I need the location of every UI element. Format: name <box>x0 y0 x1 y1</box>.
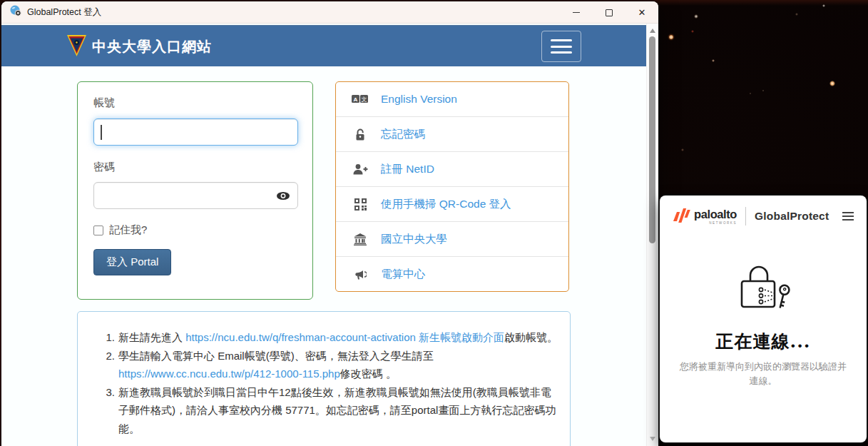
link-forgot-password[interactable]: 忘記密碼 <box>336 117 568 152</box>
hamburger-icon <box>551 39 572 41</box>
scroll-up-arrow-icon[interactable] <box>650 29 655 33</box>
password-label: 密碼 <box>93 161 297 174</box>
close-button[interactable]: ✕ <box>626 1 658 24</box>
screen: GlobalProtect 登入 ✕ 中央 <box>0 0 868 446</box>
account-input[interactable] <box>93 118 298 146</box>
globalprotect-product-name: GlobalProtect <box>755 210 841 223</box>
header-divider <box>745 207 746 225</box>
portal-header: 中央大學入口網站 <box>1 25 646 66</box>
remember-me-label: 記住我? <box>109 223 147 237</box>
user-plus-icon <box>352 163 369 175</box>
window-controls: ✕ <box>560 1 658 24</box>
freshman-activation-link[interactable]: https://ncu.edu.tw/q/freshman-account-ac… <box>185 331 504 343</box>
ncu-logo <box>67 35 86 60</box>
notice-item-3: 3. 新進教職員帳號於到職日當日中午12點後生效，新進教職員帳號如無法使用(教職… <box>99 383 560 438</box>
link-english-version[interactable]: A 文 English Version <box>336 82 568 117</box>
qrcode-icon <box>352 198 369 211</box>
globalprotect-panel-header: paloalto NETWORKS GlobalProtect <box>660 196 867 231</box>
browser-scrollbar[interactable] <box>646 24 657 446</box>
paloalto-wordmark: paloalto NETWORKS <box>694 208 737 225</box>
unlock-icon <box>352 128 369 141</box>
account-label: 帳號 <box>93 96 297 110</box>
notice-item-1: 1. 新生請先進入 https://ncu.edu.tw/q/freshman-… <box>99 328 560 347</box>
globalprotect-globe-icon <box>10 5 21 19</box>
link-ncu-website[interactable]: 國立中央大學 <box>336 222 568 257</box>
login-portal-button[interactable]: 登入 Portal <box>93 249 171 275</box>
window-title: GlobalProtect 登入 <box>27 6 101 19</box>
lock-and-key-icon <box>729 263 797 314</box>
connection-status-title: 正在連線... <box>660 330 867 353</box>
password-input[interactable] <box>93 182 298 209</box>
globalprotect-menu-button[interactable] <box>841 211 855 222</box>
password-change-link[interactable]: https://www.cc.ncu.edu.tw/p/412-1000-115… <box>118 368 340 380</box>
paloalto-logo-mark-icon <box>673 207 690 225</box>
connection-status-description: 您將被重新導向到內嵌的瀏覽器以驗證并連線。 <box>676 360 850 388</box>
notice-card: 1. 新生請先進入 https://ncu.edu.tw/q/freshman-… <box>77 311 571 446</box>
text-caret <box>101 125 102 140</box>
quick-links-card: A 文 English Version <box>335 81 569 292</box>
show-password-eye-icon[interactable] <box>276 191 290 204</box>
language-icon: A 文 <box>352 93 369 105</box>
portal-title: 中央大學入口網站 <box>92 26 212 67</box>
link-qrcode-login[interactable]: 使用手機掃 QR-Code 登入 <box>336 187 568 222</box>
svg-text:A: A <box>354 96 358 103</box>
svg-text:文: 文 <box>362 96 367 103</box>
remember-me-row: 記住我? <box>93 223 297 237</box>
minimize-button[interactable] <box>560 1 593 24</box>
close-icon: ✕ <box>638 8 646 17</box>
embedded-browser-viewport: 中央大學入口網站 帳號 密碼 <box>1 24 658 446</box>
link-register-netid[interactable]: 註冊 NetID <box>336 152 568 187</box>
link-computer-center[interactable]: 電算中心 <box>336 257 568 291</box>
maximize-icon <box>606 9 613 16</box>
globalprotect-status-panel: paloalto NETWORKS GlobalProtect <box>660 196 867 442</box>
scrollbar-thumb[interactable] <box>649 36 655 243</box>
bullhorn-icon <box>352 268 369 280</box>
window-titlebar: GlobalProtect 登入 ✕ <box>1 1 658 24</box>
maximize-button[interactable] <box>593 1 626 24</box>
university-icon <box>352 233 369 245</box>
globalprotect-login-window: GlobalProtect 登入 ✕ 中央 <box>1 1 658 446</box>
remember-me-checkbox[interactable] <box>93 225 103 235</box>
login-form-card: 帳號 密碼 記住我? <box>77 81 313 300</box>
notice-item-2: 2. 學生請輸入電算中心 Email帳號(學號)、密碼，無法登入之學生請至 ht… <box>99 347 560 383</box>
scroll-down-arrow-icon[interactable] <box>650 437 655 441</box>
portal-hamburger-button[interactable] <box>541 31 581 62</box>
minimize-icon <box>573 12 580 14</box>
hamburger-icon <box>842 212 854 213</box>
